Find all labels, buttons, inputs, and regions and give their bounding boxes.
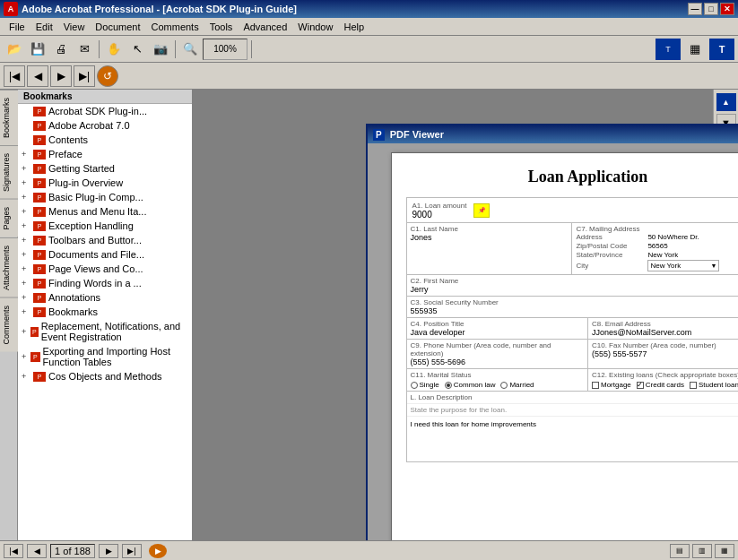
menu-view[interactable]: View [58,20,91,34]
view-facing[interactable]: ▦ [715,544,734,558]
hand-tool[interactable]: ✋ [103,39,125,60]
bookmark-item-12[interactable]: + P Finding Words in a ... [18,276,192,290]
bookmark-item-9[interactable]: + P Toolbars and Buttor... [18,233,192,247]
marital-label: C11. Marital Status [411,371,585,379]
app-close-btn[interactable]: ✕ [720,3,734,15]
right-tool-a[interactable]: ▲ [716,93,736,111]
last-page-btn[interactable]: ▶| [74,65,95,87]
bookmark-item-4[interactable]: + P Getting Started [18,161,192,176]
bookmark-item-17[interactable]: + P Cos Objects and Methods [18,369,192,383]
loan-amount-section: A1. Loan amount 9000 📌 [406,197,739,222]
address-block: Address 50 NoWhere Dr. Zip/Postal Code 5… [576,233,738,271]
first-page-btn[interactable]: |◀ [4,65,25,87]
view-continuous[interactable]: ▥ [692,544,712,558]
ssn-value: 555935 [411,306,739,315]
check-mortgage[interactable]: Mortgage [592,381,631,389]
status-next-btn[interactable]: ▶ [99,544,118,558]
menu-document[interactable]: Document [90,20,145,34]
city-dropdown[interactable]: New York ▼ [647,260,719,271]
loan-amount-label: A1. Loan amount [412,202,467,210]
bookmark-icon-12: P [33,279,46,289]
radio-single-label: Single [420,381,439,389]
radio-commonlaw[interactable]: Common law [445,381,496,389]
bookmark-icon-1: P [33,121,46,131]
menu-window[interactable]: Window [292,20,338,34]
view-single[interactable]: ▤ [670,544,690,558]
toolbar-2: |◀ ◀ ▶ ▶| ↺ [0,63,738,90]
bookmark-label-1: Adobe Acrobat 7.0 [48,120,130,131]
bookmark-icon-9: P [33,236,46,246]
email-btn[interactable]: ✉ [74,39,95,60]
zoom-dropdown[interactable]: 100% [203,39,247,60]
bookmark-item-6[interactable]: + P Basic Plug-in Comp... [18,190,192,204]
menu-edit[interactable]: Edit [30,20,58,34]
main-layout: Bookmarks Signatures Pages Attachments C… [0,90,738,540]
bookmark-item-5[interactable]: + P Plug-in Overview [18,176,192,190]
zip-row: Zip/Postal Code 56565 [576,242,738,250]
bookmark-item-3[interactable]: + P Preface [18,147,192,161]
bookmark-item-16[interactable]: + P Exporting and Importing Host Functio… [18,344,192,369]
select-tool[interactable]: ↖ [126,39,148,60]
radio-married[interactable]: Married [500,381,534,389]
sticky-note-icon[interactable]: 📌 [473,203,490,218]
credit-checkbox: ✓ [637,382,644,389]
right-tool-3[interactable]: T [709,39,734,60]
menu-comments[interactable]: Comments [146,20,204,34]
check-student[interactable]: Student loans [690,381,738,389]
status-first-btn[interactable]: |◀ [4,544,23,558]
statusbar: |◀ ◀ 1 of 188 ▶ ▶| ▶ ▤ ▥ ▦ [0,540,738,560]
address-row: Address 50 NoWhere Dr. [576,233,738,241]
status-prev-btn[interactable]: ◀ [27,544,47,558]
bookmark-item-1[interactable]: P Adobe Acrobat 7.0 [18,118,192,133]
menu-help[interactable]: Help [338,20,369,34]
bookmark-item-2[interactable]: P Contents [18,133,192,147]
right-tool-1[interactable]: T [656,39,681,60]
bookmark-item-0[interactable]: P Acrobat SDK Plug-in... [18,104,192,118]
right-tool-2[interactable]: ▦ [682,39,708,60]
check-credit[interactable]: ✓ Credit cards [637,381,684,389]
app-restore-btn[interactable]: □ [704,3,718,15]
zoom-in-btn[interactable]: 🔍 [179,39,201,60]
radio-single[interactable]: Single [411,381,439,389]
tab-bookmarks[interactable]: Bookmarks [0,90,18,145]
tab-attachments[interactable]: Attachments [0,237,18,297]
bookmark-icon-17: P [33,372,46,382]
menu-advanced[interactable]: Advanced [238,20,292,34]
next-page-btn[interactable]: ▶ [50,65,72,87]
app-window-controls[interactable]: — □ ✕ [688,3,734,15]
menu-file[interactable]: File [4,20,30,34]
pdf-page: Loan Application A1. Loan amount 9000 📌 [391,152,739,540]
bookmark-icon-10: P [33,250,46,260]
bookmark-label-17: Cos Objects and Methods [48,371,162,382]
status-go-btn[interactable]: ▶ [149,544,167,558]
bookmark-item-7[interactable]: + P Menus and Menu Ita... [18,204,192,219]
address-sublabel: Address [576,233,647,241]
fax-label: C10. Fax Number (Area code, number) [592,341,738,349]
refresh-btn[interactable]: ↺ [97,65,118,87]
bookmark-item-10[interactable]: + P Documents and File... [18,247,192,262]
last-name-label: C1. Last Name [411,225,569,233]
app-title: Adobe Acrobat Professional - [Acrobat SD… [22,4,688,14]
radio-married-circle [500,382,508,389]
open-btn[interactable]: 📂 [4,39,25,60]
menu-tools[interactable]: Tools [204,20,239,34]
snapshot-tool[interactable]: 📷 [150,39,171,60]
loan-options: Mortgage ✓ Credit cards Student loans [592,381,738,389]
tab-pages[interactable]: Pages [0,199,18,237]
phone-label: C9. Phone Number (Area code, number and … [411,341,585,358]
bookmark-item-8[interactable]: + P Exception Handling [18,219,192,233]
mortgage-checkbox [592,382,599,389]
tab-comments[interactable]: Comments [0,297,18,352]
prev-page-btn[interactable]: ◀ [27,65,48,87]
dropdown-arrow-icon: ▼ [710,263,716,269]
loan-desc-placeholder: State the purpose for the loan. [407,404,739,417]
bookmark-item-11[interactable]: + P Page Views and Co... [18,262,192,276]
status-last-btn[interactable]: ▶| [122,544,142,558]
save-btn[interactable]: 💾 [27,39,48,60]
bookmark-item-14[interactable]: + P Bookmarks [18,305,192,319]
app-minimize-btn[interactable]: — [688,3,702,15]
bookmark-item-13[interactable]: + P Annotations [18,290,192,305]
bookmark-item-15[interactable]: + P Replacement, Notifications, and Even… [18,319,192,344]
tab-signatures[interactable]: Signatures [0,145,18,199]
print-btn[interactable]: 🖨 [50,39,72,60]
